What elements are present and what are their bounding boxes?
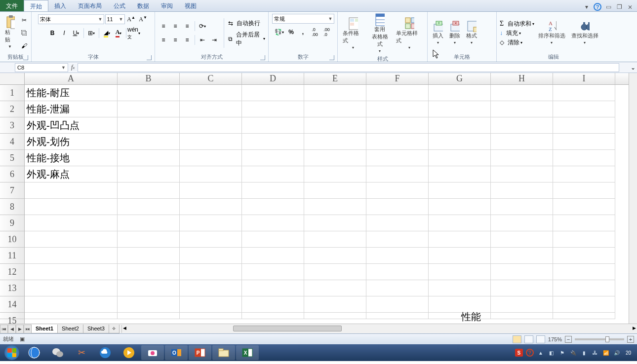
font-size-combo[interactable]: 11▼ xyxy=(105,14,125,24)
cell[interactable] xyxy=(366,182,429,199)
row-header[interactable]: 14 xyxy=(0,296,24,313)
macro-record-icon[interactable]: ▣ xyxy=(20,336,25,342)
taskbar-snip[interactable]: ✂ xyxy=(70,345,93,360)
cell[interactable] xyxy=(553,264,615,280)
cell[interactable] xyxy=(118,248,180,264)
col-header-e[interactable]: E xyxy=(304,73,366,84)
cell[interactable] xyxy=(553,248,615,264)
cell[interactable] xyxy=(553,231,615,248)
cell[interactable] xyxy=(553,182,615,199)
format-painter-button[interactable]: 🖌 xyxy=(19,40,30,51)
wrap-text-button[interactable]: ⇆ 自动换行 xyxy=(228,19,265,28)
cell[interactable] xyxy=(429,101,491,117)
cell[interactable] xyxy=(429,182,491,199)
cell[interactable] xyxy=(304,134,366,150)
cell[interactable]: 性能-泄漏 xyxy=(25,101,118,117)
align-middle-button[interactable]: ≡ xyxy=(170,21,181,32)
border-button[interactable]: ⊞▾ xyxy=(86,28,97,38)
row-header[interactable]: 10 xyxy=(0,231,24,248)
tray-360-icon[interactable]: ? xyxy=(526,349,534,357)
view-page-break-button[interactable] xyxy=(536,335,545,343)
tab-data[interactable]: 数据 xyxy=(131,0,155,11)
cell[interactable] xyxy=(366,101,429,117)
row-header[interactable]: 15 xyxy=(0,313,24,319)
cell[interactable] xyxy=(242,231,304,248)
cell[interactable] xyxy=(118,182,180,199)
percent-button[interactable]: % xyxy=(286,27,297,37)
cell[interactable] xyxy=(366,166,429,182)
conditional-format-button[interactable]: 条件格式▾ xyxy=(341,18,365,51)
col-header-i[interactable]: I xyxy=(553,73,615,84)
col-header-f[interactable]: F xyxy=(366,73,429,84)
restore-icon[interactable]: ❐ xyxy=(615,3,623,11)
tray-sogou-icon[interactable]: S xyxy=(515,349,523,357)
vertical-scrollbar[interactable] xyxy=(629,73,637,324)
cell[interactable] xyxy=(491,101,553,117)
bold-button[interactable]: B xyxy=(47,28,58,38)
new-sheet-button[interactable]: ✧ xyxy=(109,325,119,333)
sheet-tab-1[interactable]: Sheet1 xyxy=(31,325,58,333)
cell[interactable] xyxy=(118,280,180,296)
zoom-out-button[interactable]: − xyxy=(565,336,572,343)
tray-wifi-icon[interactable]: 📶 xyxy=(602,349,610,357)
dialog-launcher-icon[interactable] xyxy=(23,55,28,60)
cell[interactable] xyxy=(491,296,553,313)
view-normal-button[interactable] xyxy=(513,335,521,343)
cell[interactable] xyxy=(25,248,118,264)
cell[interactable] xyxy=(491,199,553,215)
taskbar-potplayer[interactable] xyxy=(118,345,140,360)
dropdown-icon[interactable]: ▾ xyxy=(583,3,591,11)
col-header-d[interactable]: D xyxy=(242,73,304,84)
cell[interactable] xyxy=(429,134,491,150)
sheet-tab-3[interactable]: Sheet3 xyxy=(83,325,109,333)
cell[interactable] xyxy=(180,166,242,182)
comma-button[interactable]: , xyxy=(298,27,309,37)
tab-nav-next[interactable]: ▶ xyxy=(16,325,24,333)
find-select-button[interactable]: 查找和选择▾ xyxy=(569,20,600,46)
tray-flag-icon[interactable]: ⚑ xyxy=(558,349,566,357)
tray-network-icon[interactable]: 🖧 xyxy=(591,349,599,357)
cell[interactable]: 外观-凹凸点 xyxy=(25,117,118,134)
cell[interactable] xyxy=(429,280,491,296)
cell[interactable]: 外观-划伤 xyxy=(25,134,118,150)
cell[interactable] xyxy=(553,215,615,231)
cell[interactable] xyxy=(180,101,242,117)
number-format-combo[interactable]: 常规▼ xyxy=(272,14,334,24)
cell[interactable] xyxy=(118,150,180,166)
cell[interactable] xyxy=(429,85,491,101)
tab-nav-prev[interactable]: ◀ xyxy=(8,325,16,333)
cell[interactable] xyxy=(491,150,553,166)
cell[interactable] xyxy=(118,215,180,231)
row-header[interactable]: 9 xyxy=(0,215,24,231)
cell[interactable] xyxy=(553,117,615,134)
cell[interactable] xyxy=(180,231,242,248)
taskbar-explorer[interactable] xyxy=(212,345,235,360)
cell[interactable] xyxy=(304,296,366,313)
cell[interactable] xyxy=(366,150,429,166)
help-icon[interactable]: ? xyxy=(594,3,601,11)
col-header-b[interactable]: B xyxy=(118,73,180,84)
tab-page-layout[interactable]: 页面布局 xyxy=(72,0,108,11)
cell[interactable] xyxy=(429,150,491,166)
cell[interactable] xyxy=(118,199,180,215)
cell[interactable] xyxy=(25,199,118,215)
dialog-launcher-icon[interactable] xyxy=(329,55,334,60)
cell[interactable] xyxy=(553,85,615,101)
row-header[interactable]: 11 xyxy=(0,248,24,264)
tab-file[interactable]: 文件 xyxy=(0,0,24,11)
cell[interactable] xyxy=(118,134,180,150)
cell[interactable] xyxy=(304,215,366,231)
align-center-button[interactable]: ≡ xyxy=(170,35,181,45)
cell[interactable]: 外观-麻点 xyxy=(25,166,118,182)
tray-power-icon[interactable]: 🔌 xyxy=(569,349,577,357)
cell[interactable] xyxy=(304,264,366,280)
cell[interactable] xyxy=(366,248,429,264)
cell[interactable] xyxy=(429,231,491,248)
cell[interactable] xyxy=(180,264,242,280)
cell[interactable] xyxy=(25,231,118,248)
taskbar-excel[interactable]: X xyxy=(236,345,259,360)
formula-expand-button[interactable]: ⌄ xyxy=(629,62,637,73)
cell[interactable] xyxy=(491,215,553,231)
tray-time[interactable]: 20 xyxy=(624,350,633,356)
cell[interactable] xyxy=(180,134,242,150)
